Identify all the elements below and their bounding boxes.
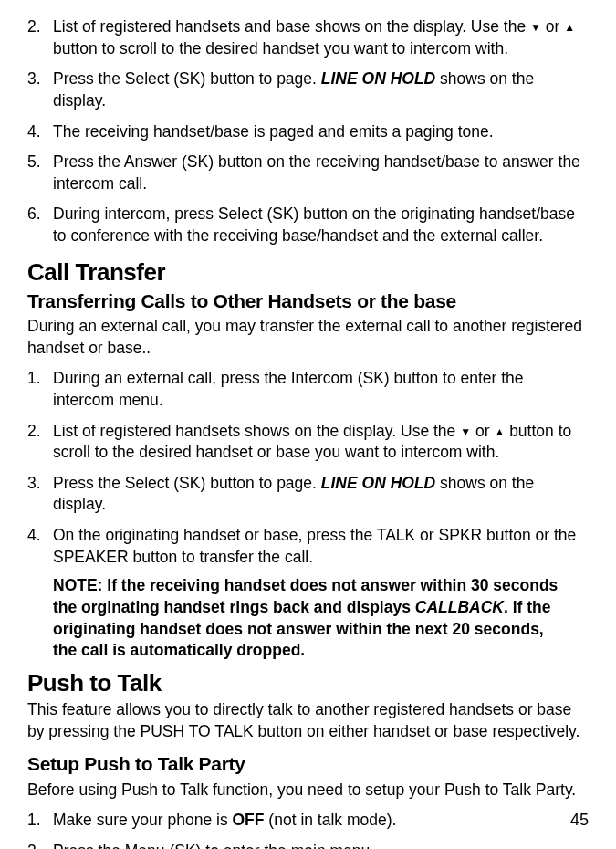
item-text: button or the <box>482 526 576 544</box>
softkey-label: Answer (SK) <box>124 152 214 171</box>
item-text: or <box>471 422 494 440</box>
item-text: List of registered handsets and base sho… <box>53 17 530 36</box>
list-item: 1. During an external call, press the In… <box>27 368 589 411</box>
item-number: 5. <box>27 152 41 173</box>
item-text: or <box>541 17 564 36</box>
list-item: 1. Make sure your phone is OFF (not in t… <box>27 810 589 832</box>
list-item: 5. Press the Answer (SK) button on the r… <box>27 152 589 194</box>
list-item: 4. On the originating handset or base, p… <box>27 525 589 568</box>
display-message: CALLBACK <box>415 598 504 616</box>
item-text: button to scroll to the desired handset … <box>53 39 508 58</box>
list-item: 3. Press the Select (SK) button to page.… <box>27 473 589 516</box>
item-number: 3. <box>27 68 41 90</box>
button-label: PUSH TO TALK <box>141 722 254 740</box>
display-message: LINE ON HOLD <box>321 474 435 492</box>
softkey-label: Intercom (SK) <box>291 369 390 387</box>
button-label: SPEAKER <box>53 548 129 566</box>
mode-label: OFF <box>233 811 265 829</box>
softkey-label: Select (SK) <box>125 474 206 492</box>
softkey-label: Select (SK) <box>125 69 206 88</box>
button-label: SPKR <box>439 526 483 544</box>
item-text: Make sure your phone is <box>53 811 233 829</box>
item-text: (not in talk mode). <box>265 811 397 829</box>
item-text: button to page. <box>205 474 321 492</box>
push-to-talk-heading: Push to Talk <box>27 667 589 699</box>
button-label: TALK <box>377 526 415 544</box>
page-number: 45 <box>570 809 589 831</box>
list-item: 4. The receiving handset/base is paged a… <box>27 121 589 143</box>
item-number: 4. <box>27 121 41 143</box>
list-item: 2. List of registered handsets shows on … <box>27 421 589 464</box>
callback-note: NOTE: If the receiving handset does not … <box>27 575 589 662</box>
item-text: button to transfer the call. <box>129 548 313 566</box>
item-number: 1. <box>27 810 41 832</box>
list-item: 6. During intercom, press Select (SK) bu… <box>27 204 589 246</box>
list-item: 2. Press the Menu (SK) to enter the main… <box>27 841 589 849</box>
item-text: During intercom, press <box>53 204 218 223</box>
item-text: Press the <box>53 152 124 171</box>
push-to-talk-steps: 1. Make sure your phone is OFF (not in t… <box>27 810 589 849</box>
down-arrow-icon: ▼ <box>530 22 541 33</box>
item-number: 2. <box>27 841 41 849</box>
item-text: List of registered handsets shows on the… <box>53 422 460 440</box>
transferring-calls-subheading: Transferring Calls to Other Handsets or … <box>27 288 589 314</box>
item-number: 3. <box>27 473 41 495</box>
call-transfer-heading: Call Transfer <box>27 257 589 288</box>
push-to-talk-intro: This feature allows you to directly talk… <box>27 699 589 742</box>
intercom-steps-continued: 2. List of registered handsets and base … <box>27 16 589 247</box>
intro-text: button on either handset or base respect… <box>254 722 580 740</box>
item-text: Press the <box>53 842 125 849</box>
softkey-label: Menu (SK) <box>125 842 202 849</box>
setup-intro: Before using Push to Talk function, you … <box>27 780 589 802</box>
item-number: 2. <box>27 16 41 38</box>
item-number: 4. <box>27 525 41 547</box>
item-text: During an external call, press the <box>53 369 291 387</box>
item-text: Press the <box>53 474 125 492</box>
softkey-label: Select (SK) <box>218 204 299 223</box>
up-arrow-icon: ▲ <box>494 426 505 437</box>
call-transfer-steps: 1. During an external call, press the In… <box>27 368 589 568</box>
item-text: to enter the main menu. <box>201 842 374 849</box>
call-transfer-intro: During an external call, you may transfe… <box>27 316 589 359</box>
item-text: or <box>415 526 438 544</box>
item-number: 1. <box>27 368 41 390</box>
item-text: button to page. <box>205 69 321 88</box>
list-item: 2. List of registered handsets and base … <box>27 16 589 59</box>
item-text: Press the <box>53 69 125 88</box>
display-message: LINE ON HOLD <box>321 69 435 88</box>
up-arrow-icon: ▲ <box>564 22 575 33</box>
down-arrow-icon: ▼ <box>460 426 471 437</box>
setup-push-to-talk-subheading: Setup Push to Talk Party <box>27 751 589 777</box>
item-number: 6. <box>27 204 41 225</box>
list-item: 3. Press the Select (SK) button to page.… <box>27 68 589 111</box>
note-label: NOTE: <box>53 576 102 594</box>
item-text: On the originating handset or base, pres… <box>53 526 377 544</box>
item-number: 2. <box>27 421 41 443</box>
item-text: The receiving handset/base is paged and … <box>53 122 494 141</box>
